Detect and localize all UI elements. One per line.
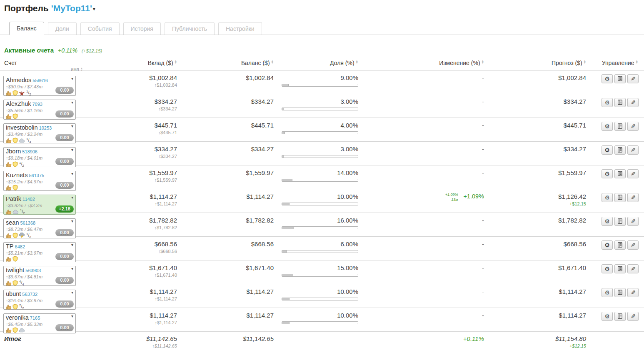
account-id[interactable]: 11402	[22, 196, 35, 203]
sort-icon[interactable]: ▲▼	[636, 60, 638, 64]
column-header-forecast[interactable]: Прогноз ($) ▲▼	[487, 60, 589, 70]
account-name[interactable]: ubunt	[6, 291, 21, 297]
chevron-down-icon[interactable]: ▾	[71, 290, 73, 295]
tab-история[interactable]: История	[123, 22, 161, 35]
column-header-share[interactable]: Доля (%) ▲▼	[277, 60, 362, 70]
chevron-down-icon[interactable]: ▾	[71, 148, 73, 152]
chevron-down-icon[interactable]: ▾	[71, 76, 73, 81]
tab-доли[interactable]: Доли	[48, 22, 77, 35]
log-button[interactable]	[614, 264, 626, 273]
chevron-down-icon[interactable]: ▾	[71, 243, 73, 247]
sort-icon[interactable]: ▲▼	[271, 60, 274, 64]
log-button[interactable]	[614, 145, 626, 155]
edit-button[interactable]: ✎	[627, 312, 639, 321]
sort-icon[interactable]: ▲▼	[584, 60, 586, 64]
edit-button[interactable]: ✎	[627, 169, 639, 178]
account-name[interactable]: Ahmedos	[6, 77, 31, 83]
tab-события[interactable]: События	[80, 22, 120, 35]
account-id[interactable]: 558616	[32, 78, 48, 84]
log-button[interactable]	[614, 240, 626, 250]
account-card[interactable]: ▾twilight563903↑$9.67m / $4.81m4/40.00	[3, 266, 76, 286]
account-card[interactable]: ▾veronika7165↑$6.45m / $5.33m0.00	[3, 313, 76, 333]
chevron-down-icon[interactable]: ▾	[71, 314, 73, 318]
account-card[interactable]: ▾TP6482↑$5.21m / $3.97m0.00	[3, 242, 76, 262]
log-button[interactable]	[614, 122, 626, 131]
chevron-down-icon[interactable]: ▾	[71, 266, 73, 271]
account-id[interactable]: 561375	[29, 173, 44, 179]
settings-button[interactable]: ⚙	[602, 169, 613, 178]
account-name[interactable]: Jborn	[6, 148, 21, 155]
account-id[interactable]: 7093	[32, 101, 42, 108]
chevron-down-icon[interactable]: ▾	[71, 171, 73, 176]
edit-button[interactable]: ✎	[627, 264, 639, 273]
account-id[interactable]: 563903	[25, 268, 41, 274]
settings-button[interactable]: ⚙	[602, 145, 613, 155]
account-card[interactable]: ▾Jborn518906↑$9.18m / $4.01m1/20.00	[3, 147, 76, 167]
account-name[interactable]: Kuznets	[6, 172, 27, 178]
sort-icon[interactable]: ▲▼	[482, 60, 484, 64]
column-header-balance[interactable]: Баланс ($) ▲▼	[181, 60, 277, 70]
account-name[interactable]: twilight	[6, 267, 24, 273]
edit-button[interactable]: ✎	[627, 193, 639, 202]
log-button[interactable]	[614, 74, 626, 83]
settings-button[interactable]: ⚙	[602, 193, 613, 202]
edit-button[interactable]: ✎	[627, 288, 639, 297]
settings-button[interactable]: ⚙	[602, 312, 613, 321]
chevron-down-icon[interactable]: ▾	[71, 100, 73, 105]
account-id[interactable]: 518906	[22, 149, 37, 155]
log-button[interactable]	[614, 217, 626, 226]
account-id[interactable]: 563732	[22, 291, 37, 298]
log-button[interactable]	[614, 193, 626, 202]
account-card[interactable]: ▾sean561368↑$8.73m / $6.47m1/20.00	[3, 218, 76, 238]
account-id[interactable]: 6482	[15, 244, 25, 250]
sort-icon[interactable]: ▲▼	[80, 67, 83, 71]
edit-button[interactable]: ✎	[627, 74, 639, 83]
account-name[interactable]: veronika	[6, 315, 29, 321]
account-card[interactable]: ▾Kuznets561375↑$15.2m / $4.97m0.00	[3, 171, 76, 191]
edit-icon: ✎	[631, 290, 636, 295]
account-id[interactable]: 7165	[30, 315, 40, 321]
account-card[interactable]: ▾ubunt563732↑$16.4m / $3.97m2/20.00	[3, 290, 76, 310]
settings-button[interactable]: ⚙	[602, 288, 613, 297]
account-name[interactable]: sean	[6, 220, 19, 226]
settings-button[interactable]: ⚙	[602, 264, 613, 273]
column-header-name[interactable]: имя ▲▼	[71, 67, 83, 72]
account-name[interactable]: TP	[6, 243, 14, 250]
portfolio-name-link[interactable]: 'MyTop11'	[51, 3, 92, 13]
account-name[interactable]: Patrik	[6, 196, 21, 202]
log-button[interactable]	[614, 288, 626, 297]
account-name[interactable]: AlexZhuk	[6, 101, 31, 107]
log-button[interactable]	[614, 169, 626, 178]
account-card[interactable]: ▾Patrik11402↑$3.82m / ↑$3.3m1/2+2.18	[3, 195, 76, 215]
settings-button[interactable]: ⚙	[602, 98, 613, 107]
settings-button[interactable]: ⚙	[602, 122, 613, 131]
sort-icon[interactable]: ▲▼	[356, 60, 358, 64]
account-id[interactable]: 10253	[39, 125, 52, 131]
settings-button[interactable]: ⚙	[602, 240, 613, 250]
account-id[interactable]: 561368	[20, 220, 35, 226]
settings-button[interactable]: ⚙	[602, 74, 613, 83]
log-button[interactable]	[614, 312, 626, 321]
account-card[interactable]: ▾investobolin10253↓$3.49m / $3.24m1/40.0…	[3, 123, 76, 143]
edit-button[interactable]: ✎	[627, 145, 639, 155]
tab-настройки[interactable]: Настройки	[218, 22, 262, 35]
chevron-down-icon[interactable]: ▾	[71, 124, 73, 128]
sort-icon[interactable]: ▲▼	[175, 60, 177, 64]
account-card[interactable]: ▾AlexZhuk7093↑$5.56m / $1.16m0.00	[3, 100, 76, 120]
edit-button[interactable]: ✎	[627, 122, 639, 131]
log-button[interactable]	[614, 98, 626, 107]
chevron-down-icon[interactable]: ▾	[71, 195, 73, 200]
edit-button[interactable]: ✎	[627, 240, 639, 250]
column-header-change[interactable]: Изменение (%) ▲▼	[362, 60, 487, 70]
column-header-deposit[interactable]: Вклад ($) ▲▼	[75, 60, 181, 70]
edit-button[interactable]: ✎	[627, 217, 639, 226]
settings-button[interactable]: ⚙	[602, 217, 613, 226]
chevron-down-icon[interactable]: ▾	[71, 219, 73, 223]
tab-баланс[interactable]: Баланс	[9, 22, 44, 35]
account-card[interactable]: ▾Ahmedos558616↑$30.9m / $7.43m1/20.00	[3, 76, 76, 96]
edit-button[interactable]: ✎	[627, 98, 639, 107]
column-header-manage[interactable]: Управление ▲▼	[589, 60, 644, 70]
portfolio-dropdown-icon[interactable]: ▾	[93, 6, 95, 11]
tab-публичность[interactable]: Публичность	[165, 22, 215, 35]
account-name[interactable]: investobolin	[6, 125, 38, 131]
